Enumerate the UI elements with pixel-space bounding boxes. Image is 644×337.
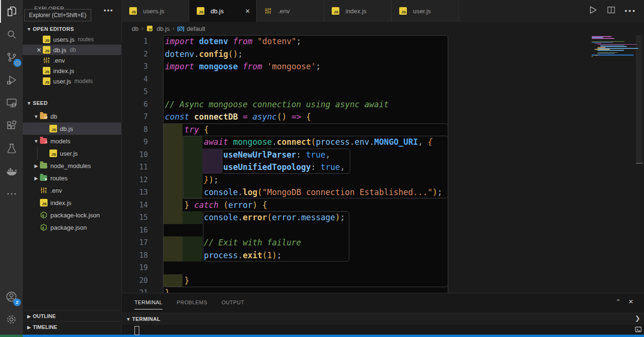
line-number: 7 [122, 111, 148, 123]
open-editor-item[interactable]: ✕JSdb.jsdb [23, 45, 121, 55]
breadcrumb[interactable]: db›JSdb.js›[∅]default [122, 22, 644, 35]
js-file-icon: JS [332, 7, 339, 15]
activity-more-icon[interactable] [0, 182, 23, 205]
line-number: 14 [122, 199, 148, 212]
panel-close-icon[interactable]: ✕ [628, 298, 634, 305]
code-line: console.error(error.message); [165, 211, 345, 224]
breadcrumb-segment[interactable]: db [132, 25, 138, 32]
close-editor-icon[interactable]: ✕ [35, 47, 43, 54]
js-file-icon: JS [43, 67, 50, 75]
js-file-icon: JS [197, 7, 204, 15]
terminal-section-row[interactable]: ▼ TERMINAL [122, 313, 644, 325]
activity-docker-icon[interactable] [0, 159, 23, 182]
tab-user-js[interactable]: JSuser.js [392, 0, 459, 22]
explorer-tooltip: Explorer (Ctrl+Shift+E) [24, 9, 91, 21]
sidebar-more-actions-icon[interactable]: ••• [104, 7, 114, 14]
tree-folder-node-modules[interactable]: ▶◦node_modules [23, 159, 121, 172]
line-number: 5 [122, 85, 148, 98]
breadcrumb-segment[interactable]: default [187, 25, 205, 32]
tree-file-package-json[interactable]: package.json [23, 221, 121, 234]
tab--env[interactable]: .env [257, 0, 324, 22]
line-number: 4 [122, 73, 148, 86]
js-file-icon: JS [399, 7, 407, 15]
activity-remote-explorer-icon[interactable] [0, 91, 23, 114]
code-line: dotenv.config(); [165, 48, 243, 61]
js-file-icon: JS [43, 46, 50, 54]
activity-settings-icon[interactable] [0, 308, 23, 331]
activity-extensions-icon[interactable] [0, 114, 23, 137]
vertical-scrollbar[interactable] [636, 35, 643, 164]
js-file-icon: JS [147, 25, 154, 32]
tab-label: user.js [413, 8, 431, 15]
tree-file-package-lock-json[interactable]: package-lock.json [23, 209, 121, 221]
folder-models-icon: ≡ [40, 137, 48, 145]
tree-indent-guide [37, 122, 38, 135]
breadcrumb-segment[interactable]: db.js [156, 25, 169, 32]
remote-indicator[interactable] [0, 335, 23, 337]
tree-file--env[interactable]: .env [23, 184, 121, 197]
tree-folder-models[interactable]: ▼≡models [23, 135, 121, 147]
more-icon[interactable]: ••• [625, 7, 636, 15]
chevron-down-icon[interactable]: ▼ [32, 114, 40, 119]
outline-section[interactable]: ▶ OUTLINE [23, 310, 121, 321]
activity-search-icon[interactable] [0, 23, 23, 46]
tab-label: db.js [211, 8, 223, 15]
minimap[interactable] [592, 35, 634, 293]
code-line: } catch (error) { [165, 199, 267, 212]
open-terminal-in-editor-icon[interactable] [634, 326, 642, 335]
panel-tab-problems[interactable]: PROBLEMS [177, 293, 207, 311]
open-editors-header[interactable]: ▼ OPEN EDITORS [23, 24, 121, 34]
chevron-right-icon[interactable]: ▶ [32, 163, 40, 168]
tree-folder-db[interactable]: ▼⛁db [23, 110, 121, 122]
pending-changes-badge [13, 59, 21, 67]
js-file-icon: JS [43, 77, 50, 85]
tree-folder-routes[interactable]: ▶➤routes [23, 172, 121, 184]
tree-file-user-js[interactable]: JSuser.js [23, 147, 121, 159]
open-editor-item[interactable]: JSusers.jsroutes [23, 34, 121, 45]
tree-file-db-js[interactable]: JSdb.js [23, 122, 121, 135]
activity-explorer-icon[interactable] [0, 0, 23, 23]
line-number: 2 [122, 48, 148, 61]
activity-run-debug-icon[interactable] [0, 68, 23, 91]
env-settings-icon [40, 187, 48, 194]
line-number: 18 [122, 249, 148, 262]
run-icon[interactable] [587, 5, 598, 17]
code-line: process.exit(1); [165, 249, 282, 262]
chevron-right-icon[interactable]: ❯ [635, 315, 640, 322]
panel-maximize-icon[interactable]: ⌃ [615, 298, 621, 305]
line-number: 16 [122, 224, 148, 237]
tree-item-label: node_modules [50, 162, 91, 169]
panel-tab-terminal[interactable]: TERMINAL [135, 293, 163, 311]
chevron-down-icon: ▼ [25, 101, 33, 106]
code-editor[interactable]: 123456789101112131415161718192021 import… [122, 35, 644, 293]
chevron-right-icon: ▶ [25, 314, 33, 319]
node-json-icon [40, 224, 48, 231]
minimap-line [597, 52, 617, 53]
timeline-section[interactable]: ▶ TIMELINE [23, 321, 121, 332]
tab-db-js[interactable]: JSdb.js✕ [189, 0, 257, 22]
activity-testing-icon[interactable] [0, 137, 23, 159]
tab-close-icon[interactable]: ✕ [244, 8, 251, 15]
activity-source-control-icon[interactable] [0, 46, 23, 68]
tab-index-js[interactable]: JSindex.js [324, 0, 392, 22]
chevron-down-icon[interactable]: ▼ [32, 139, 40, 144]
tree-item-label: package-lock.json [50, 212, 100, 219]
panel-tab-output[interactable]: OUTPUT [221, 293, 244, 311]
tab-label: users.js [143, 8, 164, 15]
tab-users-js[interactable]: JSusers.js [122, 0, 189, 22]
activity-accounts-icon[interactable]: 2 [0, 285, 23, 308]
split-editor-icon[interactable] [606, 5, 616, 17]
chevron-right-icon[interactable]: ▶ [32, 176, 40, 181]
open-editor-item[interactable]: .env [23, 55, 121, 66]
status-bar[interactable] [0, 335, 644, 337]
activity-bar: 2 [0, 0, 23, 335]
open-editor-item[interactable]: JSuser.jsmodels [23, 76, 121, 86]
open-editor-item[interactable]: JSindex.js [23, 66, 121, 76]
js-file-icon: JS [40, 199, 48, 206]
minimap-line [595, 55, 598, 56]
open-editor-description: routes [78, 36, 94, 43]
line-number: 20 [122, 274, 148, 287]
line-number: 15 [122, 211, 148, 224]
tree-file-index-js[interactable]: JSindex.js [23, 197, 121, 209]
project-section-header[interactable]: ▼ SEED [23, 98, 121, 108]
